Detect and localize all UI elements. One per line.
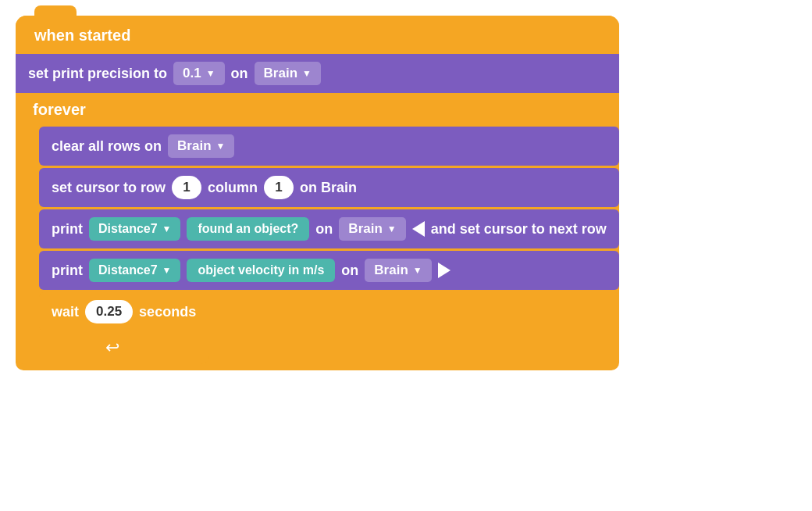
tri-right-icon	[438, 263, 451, 278]
clear-all-rows-block: clear all rows on Brain ▼	[39, 127, 619, 166]
sensor1-arrow: ▼	[162, 223, 172, 234]
blocks-container: when started set print precision to 0.1 …	[16, 16, 812, 370]
print1-suffix: and set cursor to next row	[431, 221, 607, 238]
wait-label1: wait	[52, 304, 79, 320]
print1-block: print Distance7 ▼ found an object? on Br…	[39, 209, 619, 248]
print1-on: on	[315, 221, 333, 238]
row-input[interactable]: 1	[172, 176, 201, 199]
forever-body: clear all rows on Brain ▼ set cursor to …	[39, 127, 619, 331]
loop-arrow-icon: ↩	[105, 338, 119, 358]
brain-dropdown-2[interactable]: Brain ▼	[168, 134, 234, 158]
wait-label2: seconds	[139, 304, 196, 320]
print2-label: print	[52, 263, 83, 279]
set-cursor-label2: column	[208, 180, 258, 196]
precision-arrow: ▼	[206, 68, 215, 79]
col-input[interactable]: 1	[264, 176, 294, 199]
brain-dropdown-4-arrow: ▼	[413, 265, 422, 276]
sensor2-arrow: ▼	[162, 265, 172, 276]
forever-label: forever	[16, 93, 619, 127]
sensor1-dropdown[interactable]: Distance7 ▼	[89, 217, 180, 241]
precision-dropdown[interactable]: 0.1 ▼	[173, 62, 225, 85]
brain-dropdown-4[interactable]: Brain ▼	[365, 259, 431, 282]
set-cursor-block: set cursor to row 1 column 1 on Brain	[39, 168, 619, 207]
set-cursor-label3: on Brain	[300, 180, 357, 196]
set-print-label: set print precision to	[28, 66, 167, 82]
forever-block: forever clear all rows on Brain ▼ set cu…	[16, 93, 619, 364]
brain-dropdown-2-arrow: ▼	[216, 141, 226, 152]
forever-footer: ↩	[16, 331, 209, 364]
tri-left-icon	[412, 221, 425, 237]
brain-dropdown-3-arrow: ▼	[387, 223, 397, 234]
set-print-on: on	[231, 66, 248, 82]
main-stack: when started set print precision to 0.1 …	[16, 16, 619, 370]
brain-dropdown-1[interactable]: Brain ▼	[255, 62, 321, 85]
print2-on: on	[341, 263, 358, 279]
print1-label: print	[52, 221, 83, 238]
set-cursor-label1: set cursor to row	[52, 180, 166, 196]
clear-label: clear all rows on	[52, 138, 162, 155]
when-started-label: when started	[34, 27, 130, 44]
set-print-block: set print precision to 0.1 ▼ on Brain ▼	[16, 54, 619, 93]
print1-action: found an object?	[187, 217, 309, 241]
brain-dropdown-3[interactable]: Brain ▼	[339, 217, 405, 241]
when-started-block: when started	[16, 16, 619, 54]
wait-block: wait 0.25 seconds	[39, 292, 619, 331]
sensor2-dropdown[interactable]: Distance7 ▼	[89, 259, 180, 282]
print2-action: object velocity in m/s	[187, 259, 335, 282]
wait-value[interactable]: 0.25	[85, 300, 133, 323]
brain-dropdown-1-arrow: ▼	[302, 68, 312, 79]
print2-block: print Distance7 ▼ object velocity in m/s…	[39, 251, 619, 290]
